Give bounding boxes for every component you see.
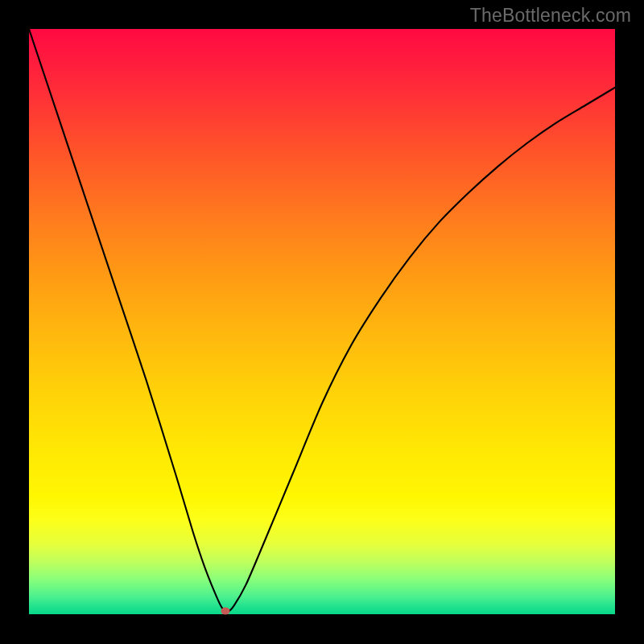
current-point-marker (221, 608, 229, 615)
plot-gradient-background (29, 29, 615, 614)
chart-frame: TheBottleneck.com (0, 0, 644, 644)
watermark-text: TheBottleneck.com (470, 5, 631, 27)
